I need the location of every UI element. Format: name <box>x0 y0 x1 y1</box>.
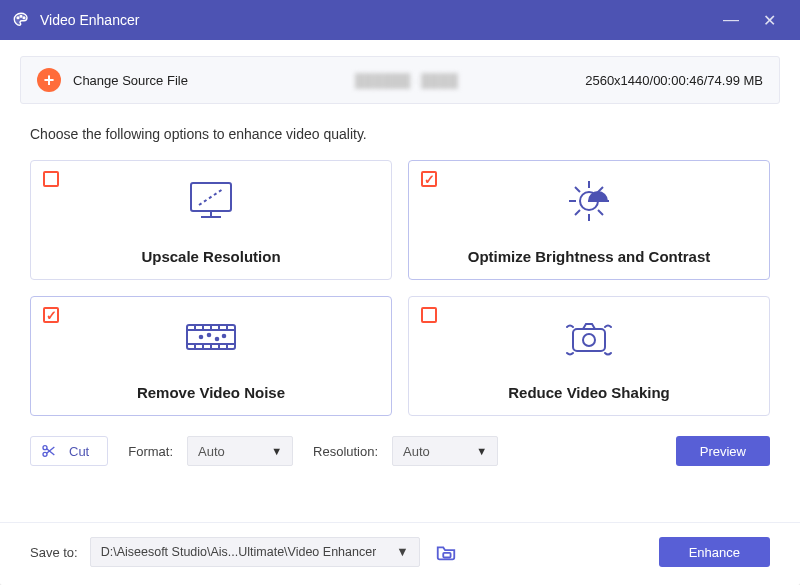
controls-row: Cut Format: Auto ▼ Resolution: Auto ▼ Pr… <box>30 436 770 466</box>
svg-point-30 <box>208 334 211 337</box>
svg-line-12 <box>575 187 580 192</box>
save-path-select[interactable]: D:\Aiseesoft Studio\Ais...Ultimate\Video… <box>90 537 420 567</box>
minimize-button[interactable]: — <box>712 11 750 29</box>
app-window: Video Enhancer — ✕ + Change Source File … <box>0 0 800 585</box>
save-path-text: D:\Aiseesoft Studio\Ais...Ultimate\Video… <box>101 545 377 559</box>
option-label: Optimize Brightness and Contrast <box>468 248 711 265</box>
source-metadata: 2560x1440/00:00:46/74.99 MB <box>585 73 763 88</box>
film-noise-icon <box>179 311 243 363</box>
options-grid: Upscale Resolution Optimize Brightness a… <box>30 160 770 416</box>
source-file-bar: + Change Source File ██████ · ████ 2560x… <box>20 56 780 104</box>
svg-rect-39 <box>443 553 450 558</box>
checkbox-upscale[interactable] <box>43 171 59 187</box>
svg-line-4 <box>199 189 223 205</box>
change-source-button[interactable]: + <box>37 68 61 92</box>
chevron-down-icon: ▼ <box>271 445 282 457</box>
save-to-label: Save to: <box>30 545 78 560</box>
palette-icon <box>12 11 30 29</box>
svg-point-2 <box>23 17 25 19</box>
option-label: Reduce Video Shaking <box>508 384 669 401</box>
svg-point-0 <box>17 17 19 19</box>
svg-point-34 <box>583 334 595 346</box>
option-remove-noise[interactable]: Remove Video Noise <box>30 296 392 416</box>
chevron-down-icon: ▼ <box>396 545 408 559</box>
chevron-down-icon: ▼ <box>476 445 487 457</box>
option-label: Remove Video Noise <box>137 384 285 401</box>
svg-point-32 <box>223 335 226 338</box>
open-folder-button[interactable] <box>432 538 460 566</box>
enhance-button[interactable]: Enhance <box>659 537 770 567</box>
svg-line-13 <box>598 210 603 215</box>
close-button[interactable]: ✕ <box>750 11 788 30</box>
scissors-icon <box>41 443 57 459</box>
app-title: Video Enhancer <box>40 12 712 28</box>
footer-bar: Save to: D:\Aiseesoft Studio\Ais...Ultim… <box>0 522 800 585</box>
format-select[interactable]: Auto ▼ <box>187 436 293 466</box>
option-reduce-shaking[interactable]: Reduce Video Shaking <box>408 296 770 416</box>
checkbox-shaking[interactable] <box>421 307 437 323</box>
checkbox-brightness[interactable] <box>421 171 437 187</box>
option-label: Upscale Resolution <box>141 248 280 265</box>
change-source-label[interactable]: Change Source File <box>73 73 188 88</box>
source-filename: ██████ · ████ <box>228 73 585 88</box>
title-bar: Video Enhancer — ✕ <box>0 0 800 40</box>
option-upscale-resolution[interactable]: Upscale Resolution <box>30 160 392 280</box>
resolution-select[interactable]: Auto ▼ <box>392 436 498 466</box>
resolution-label: Resolution: <box>313 444 378 459</box>
brightness-icon <box>559 175 619 227</box>
format-value: Auto <box>198 444 225 459</box>
monitor-upscale-icon <box>181 175 241 227</box>
svg-line-15 <box>575 210 580 215</box>
svg-rect-33 <box>573 329 605 351</box>
resolution-value: Auto <box>403 444 430 459</box>
format-label: Format: <box>128 444 173 459</box>
camera-shake-icon <box>557 311 621 363</box>
option-brightness-contrast[interactable]: Optimize Brightness and Contrast <box>408 160 770 280</box>
svg-line-14 <box>598 187 603 192</box>
svg-point-31 <box>216 338 219 341</box>
svg-point-1 <box>20 15 22 17</box>
checkbox-denoise[interactable] <box>43 307 59 323</box>
preview-button[interactable]: Preview <box>676 436 770 466</box>
prompt-text: Choose the following options to enhance … <box>30 126 770 142</box>
svg-point-29 <box>200 336 203 339</box>
cut-label: Cut <box>69 444 89 459</box>
cut-button[interactable]: Cut <box>30 436 108 466</box>
